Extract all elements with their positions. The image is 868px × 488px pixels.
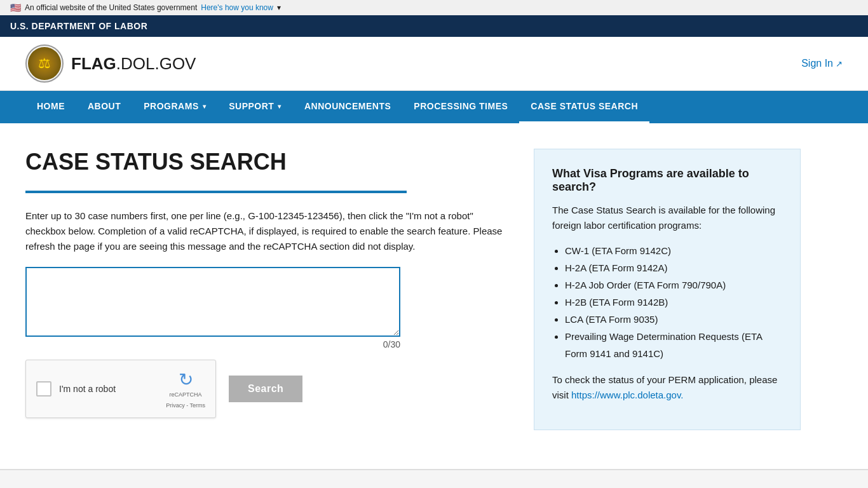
footer: ⚖ FEDERAL GOVERNMENT U.S. Citizenship an… bbox=[0, 469, 868, 488]
perm-text: To check the status of your PERM applica… bbox=[552, 372, 782, 403]
nav-support[interactable]: SUPPORT ▾ bbox=[217, 91, 293, 123]
page-title: CASE STATUS SEARCH bbox=[25, 149, 508, 175]
logo-circle: ⚖ bbox=[25, 44, 64, 83]
us-flag-emoji: 🇺🇸 bbox=[10, 3, 21, 13]
program-item-1: CW-1 (ETA Form 9142C) bbox=[565, 242, 782, 259]
program-item-2: H-2A (ETA Form 9142A) bbox=[565, 259, 782, 276]
nav-about[interactable]: ABOUT bbox=[76, 91, 132, 123]
site-logo[interactable]: ⚖ FLAG.DOL.GOV bbox=[25, 44, 196, 83]
sign-in-button[interactable]: Sign In ↗ bbox=[801, 58, 843, 69]
program-item-6: Prevailing Wage Determination Requests (… bbox=[565, 328, 782, 362]
info-box: What Visa Programs are available to sear… bbox=[534, 149, 801, 430]
dol-header-bar: U.S. DEPARTMENT OF LABOR bbox=[0, 15, 868, 37]
site-header: ⚖ FLAG.DOL.GOV Sign In ↗ bbox=[0, 37, 868, 91]
nav-case-status-search[interactable]: CASE STATUS SEARCH bbox=[519, 91, 649, 123]
logo-rest: .DOL.GOV bbox=[116, 54, 196, 73]
programs-list: CW-1 (ETA Form 9142C) H-2A (ETA Form 914… bbox=[565, 242, 782, 362]
left-column: CASE STATUS SEARCH Enter up to 30 case n… bbox=[25, 149, 508, 431]
program-item-5: LCA (ETA Form 9035) bbox=[565, 311, 782, 328]
nav-home[interactable]: HOME bbox=[25, 91, 76, 123]
logo-bold: FLAG bbox=[71, 54, 116, 73]
gov-banner: 🇺🇸 An official website of the United Sta… bbox=[0, 0, 868, 15]
programs-chevron: ▾ bbox=[203, 103, 207, 110]
main-nav: HOME ABOUT PROGRAMS ▾ SUPPORT ▾ ANNOUNCE… bbox=[0, 91, 868, 123]
info-box-title: What Visa Programs are available to sear… bbox=[552, 167, 782, 194]
external-link-icon: ↗ bbox=[836, 59, 843, 69]
blue-divider bbox=[25, 191, 407, 193]
info-box-intro: The Case Status Search is available for … bbox=[552, 203, 782, 233]
nav-programs[interactable]: PROGRAMS ▾ bbox=[132, 91, 217, 123]
char-count: 0/30 bbox=[25, 339, 400, 349]
recaptcha-label: I'm not a robot bbox=[59, 384, 158, 394]
dol-seal: ⚖ bbox=[28, 47, 61, 80]
search-button[interactable]: Search bbox=[229, 376, 302, 402]
dol-label: U.S. DEPARTMENT OF LABOR bbox=[10, 21, 147, 31]
site-logo-text: FLAG.DOL.GOV bbox=[71, 54, 196, 74]
banner-chevron: ▾ bbox=[277, 3, 281, 12]
official-text: An official website of the United States… bbox=[25, 3, 197, 12]
recaptcha-brand-label: reCAPTCHA bbox=[170, 391, 202, 398]
perm-link[interactable]: https://www.plc.doleta.gov. bbox=[571, 390, 683, 400]
nav-announcements[interactable]: ANNOUNCEMENTS bbox=[293, 91, 402, 123]
main-content: CASE STATUS SEARCH Enter up to 30 case n… bbox=[0, 123, 826, 469]
program-item-3: H-2A Job Order (ETA Form 790/790A) bbox=[565, 276, 782, 294]
recaptcha-privacy-text: Privacy - Terms bbox=[166, 402, 205, 409]
instructions-text: Enter up to 30 case numbers first, one p… bbox=[25, 208, 508, 254]
recaptcha-area: I'm not a robot ↻ reCAPTCHA Privacy - Te… bbox=[25, 360, 508, 418]
nav-processing-times[interactable]: PROCESSING TIMES bbox=[402, 91, 519, 123]
support-chevron: ▾ bbox=[278, 103, 281, 110]
recaptcha-box: I'm not a robot ↻ reCAPTCHA Privacy - Te… bbox=[25, 360, 216, 418]
heres-how-link[interactable]: Here's how you know bbox=[201, 3, 273, 12]
recaptcha-logo: ↻ reCAPTCHA Privacy - Terms bbox=[166, 369, 205, 409]
case-numbers-textarea[interactable] bbox=[25, 267, 400, 337]
recaptcha-icon: ↻ bbox=[179, 369, 193, 390]
right-column: What Visa Programs are available to sear… bbox=[534, 149, 801, 431]
recaptcha-checkbox[interactable] bbox=[36, 381, 51, 396]
program-item-4: H-2B (ETA Form 9142B) bbox=[565, 294, 782, 311]
sign-in-label: Sign In bbox=[801, 58, 833, 69]
